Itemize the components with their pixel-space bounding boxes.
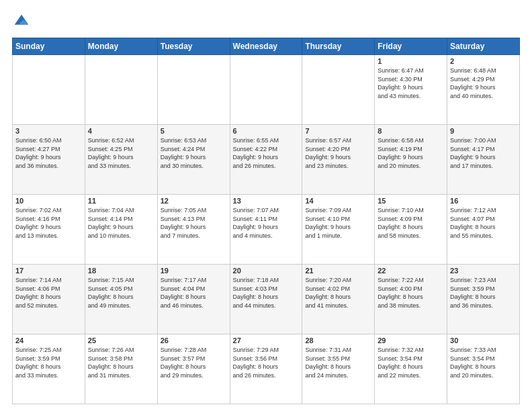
day-number: 30 — [450, 336, 517, 345]
day-number: 21 — [305, 267, 371, 275]
day-number: 6 — [233, 127, 300, 135]
day-info: Sunrise: 6:48 AM Sunset: 4:29 PM Dayligh… — [450, 66, 517, 100]
day-number: 5 — [161, 127, 227, 135]
calendar-week-row: 10Sunrise: 7:02 AM Sunset: 4:16 PM Dayli… — [13, 195, 520, 265]
calendar-cell: 2Sunrise: 6:48 AM Sunset: 4:29 PM Daylig… — [447, 55, 520, 125]
calendar-body: 1Sunrise: 6:47 AM Sunset: 4:30 PM Daylig… — [13, 55, 520, 404]
calendar-cell: 25Sunrise: 7:26 AM Sunset: 3:58 PM Dayli… — [85, 334, 157, 404]
calendar-week-row: 1Sunrise: 6:47 AM Sunset: 4:30 PM Daylig… — [13, 55, 520, 125]
day-info: Sunrise: 7:18 AM Sunset: 4:03 PM Dayligh… — [233, 276, 300, 310]
calendar-cell: 4Sunrise: 6:52 AM Sunset: 4:25 PM Daylig… — [85, 125, 157, 195]
calendar-cell: 20Sunrise: 7:18 AM Sunset: 4:03 PM Dayli… — [230, 265, 302, 334]
logo-icon — [12, 12, 31, 31]
calendar-cell — [230, 55, 302, 125]
page: SundayMondayTuesdayWednesdayThursdayFrid… — [0, 0, 532, 411]
calendar-header-row: SundayMondayTuesdayWednesdayThursdayFrid… — [13, 38, 520, 55]
calendar-cell: 21Sunrise: 7:20 AM Sunset: 4:02 PM Dayli… — [302, 265, 375, 334]
day-info: Sunrise: 7:32 AM Sunset: 3:54 PM Dayligh… — [378, 346, 444, 379]
day-info: Sunrise: 7:10 AM Sunset: 4:09 PM Dayligh… — [378, 206, 444, 240]
calendar-header-wednesday: Wednesday — [230, 38, 302, 55]
calendar-week-row: 24Sunrise: 7:25 AM Sunset: 3:59 PM Dayli… — [13, 334, 520, 404]
day-number: 29 — [378, 336, 444, 345]
day-info: Sunrise: 6:50 AM Sunset: 4:27 PM Dayligh… — [15, 136, 82, 170]
day-info: Sunrise: 7:05 AM Sunset: 4:13 PM Dayligh… — [161, 206, 227, 240]
day-info: Sunrise: 7:26 AM Sunset: 3:58 PM Dayligh… — [88, 346, 154, 379]
calendar-week-row: 3Sunrise: 6:50 AM Sunset: 4:27 PM Daylig… — [13, 125, 520, 195]
day-number: 16 — [450, 197, 517, 205]
day-info: Sunrise: 7:22 AM Sunset: 4:00 PM Dayligh… — [378, 276, 444, 310]
day-number: 23 — [450, 267, 517, 275]
calendar-cell: 26Sunrise: 7:28 AM Sunset: 3:57 PM Dayli… — [157, 334, 230, 404]
day-info: Sunrise: 7:07 AM Sunset: 4:11 PM Dayligh… — [233, 206, 300, 240]
calendar-cell: 7Sunrise: 6:57 AM Sunset: 4:20 PM Daylig… — [302, 125, 375, 195]
day-number: 13 — [233, 197, 300, 205]
calendar-table: SundayMondayTuesdayWednesdayThursdayFrid… — [12, 38, 520, 404]
day-number: 15 — [378, 197, 444, 205]
calendar-cell: 1Sunrise: 6:47 AM Sunset: 4:30 PM Daylig… — [375, 55, 447, 125]
calendar-header-tuesday: Tuesday — [157, 38, 230, 55]
calendar-cell: 16Sunrise: 7:12 AM Sunset: 4:07 PM Dayli… — [447, 195, 520, 265]
day-info: Sunrise: 6:47 AM Sunset: 4:30 PM Dayligh… — [378, 66, 444, 100]
calendar-header-saturday: Saturday — [447, 38, 520, 55]
day-info: Sunrise: 7:20 AM Sunset: 4:02 PM Dayligh… — [305, 276, 371, 310]
calendar-cell: 27Sunrise: 7:29 AM Sunset: 3:56 PM Dayli… — [230, 334, 302, 404]
calendar-cell: 9Sunrise: 7:00 AM Sunset: 4:17 PM Daylig… — [447, 125, 520, 195]
day-info: Sunrise: 6:58 AM Sunset: 4:19 PM Dayligh… — [378, 136, 444, 170]
day-info: Sunrise: 6:52 AM Sunset: 4:25 PM Dayligh… — [88, 136, 154, 170]
day-number: 26 — [161, 336, 227, 345]
calendar-cell: 29Sunrise: 7:32 AM Sunset: 3:54 PM Dayli… — [375, 334, 447, 404]
day-info: Sunrise: 7:14 AM Sunset: 4:06 PM Dayligh… — [15, 276, 82, 310]
day-number: 11 — [88, 197, 154, 205]
day-number: 9 — [450, 127, 517, 135]
day-number: 2 — [450, 57, 517, 65]
calendar-cell: 30Sunrise: 7:33 AM Sunset: 3:54 PM Dayli… — [447, 334, 520, 404]
day-info: Sunrise: 7:04 AM Sunset: 4:14 PM Dayligh… — [88, 206, 154, 240]
day-number: 24 — [15, 336, 82, 345]
calendar-cell — [13, 55, 85, 125]
day-info: Sunrise: 7:33 AM Sunset: 3:54 PM Dayligh… — [450, 346, 517, 379]
day-info: Sunrise: 7:25 AM Sunset: 3:59 PM Dayligh… — [15, 346, 82, 379]
day-number: 17 — [15, 267, 82, 275]
day-info: Sunrise: 7:28 AM Sunset: 3:57 PM Dayligh… — [161, 346, 227, 379]
calendar-cell: 23Sunrise: 7:23 AM Sunset: 3:59 PM Dayli… — [447, 265, 520, 334]
calendar-header-sunday: Sunday — [13, 38, 85, 55]
day-number: 28 — [305, 336, 371, 345]
day-info: Sunrise: 7:17 AM Sunset: 4:04 PM Dayligh… — [161, 276, 227, 310]
calendar-cell: 17Sunrise: 7:14 AM Sunset: 4:06 PM Dayli… — [13, 265, 85, 334]
calendar-cell: 8Sunrise: 6:58 AM Sunset: 4:19 PM Daylig… — [375, 125, 447, 195]
calendar-cell: 14Sunrise: 7:09 AM Sunset: 4:10 PM Dayli… — [302, 195, 375, 265]
calendar-cell — [85, 55, 157, 125]
calendar-header-friday: Friday — [375, 38, 447, 55]
day-number: 1 — [378, 57, 444, 65]
calendar-cell: 13Sunrise: 7:07 AM Sunset: 4:11 PM Dayli… — [230, 195, 302, 265]
logo — [12, 12, 34, 31]
calendar-cell: 22Sunrise: 7:22 AM Sunset: 4:00 PM Dayli… — [375, 265, 447, 334]
day-number: 20 — [233, 267, 300, 275]
day-number: 19 — [161, 267, 227, 275]
calendar-cell: 15Sunrise: 7:10 AM Sunset: 4:09 PM Dayli… — [375, 195, 447, 265]
calendar-cell: 12Sunrise: 7:05 AM Sunset: 4:13 PM Dayli… — [157, 195, 230, 265]
day-info: Sunrise: 6:55 AM Sunset: 4:22 PM Dayligh… — [233, 136, 300, 170]
day-number: 7 — [305, 127, 371, 135]
day-info: Sunrise: 7:00 AM Sunset: 4:17 PM Dayligh… — [450, 136, 517, 170]
calendar-header-thursday: Thursday — [302, 38, 375, 55]
calendar-cell — [157, 55, 230, 125]
day-info: Sunrise: 7:09 AM Sunset: 4:10 PM Dayligh… — [305, 206, 371, 240]
day-number: 25 — [88, 336, 154, 345]
day-info: Sunrise: 7:31 AM Sunset: 3:55 PM Dayligh… — [305, 346, 371, 379]
day-info: Sunrise: 7:12 AM Sunset: 4:07 PM Dayligh… — [450, 206, 517, 240]
day-info: Sunrise: 7:15 AM Sunset: 4:05 PM Dayligh… — [88, 276, 154, 310]
calendar-header-monday: Monday — [85, 38, 157, 55]
day-number: 12 — [161, 197, 227, 205]
calendar-week-row: 17Sunrise: 7:14 AM Sunset: 4:06 PM Dayli… — [13, 265, 520, 334]
calendar-cell: 11Sunrise: 7:04 AM Sunset: 4:14 PM Dayli… — [85, 195, 157, 265]
calendar-cell: 10Sunrise: 7:02 AM Sunset: 4:16 PM Dayli… — [13, 195, 85, 265]
day-info: Sunrise: 7:29 AM Sunset: 3:56 PM Dayligh… — [233, 346, 300, 379]
calendar-cell: 28Sunrise: 7:31 AM Sunset: 3:55 PM Dayli… — [302, 334, 375, 404]
day-number: 4 — [88, 127, 154, 135]
top-section — [12, 12, 520, 31]
day-number: 8 — [378, 127, 444, 135]
day-number: 22 — [378, 267, 444, 275]
day-info: Sunrise: 6:53 AM Sunset: 4:24 PM Dayligh… — [161, 136, 227, 170]
calendar-cell: 19Sunrise: 7:17 AM Sunset: 4:04 PM Dayli… — [157, 265, 230, 334]
